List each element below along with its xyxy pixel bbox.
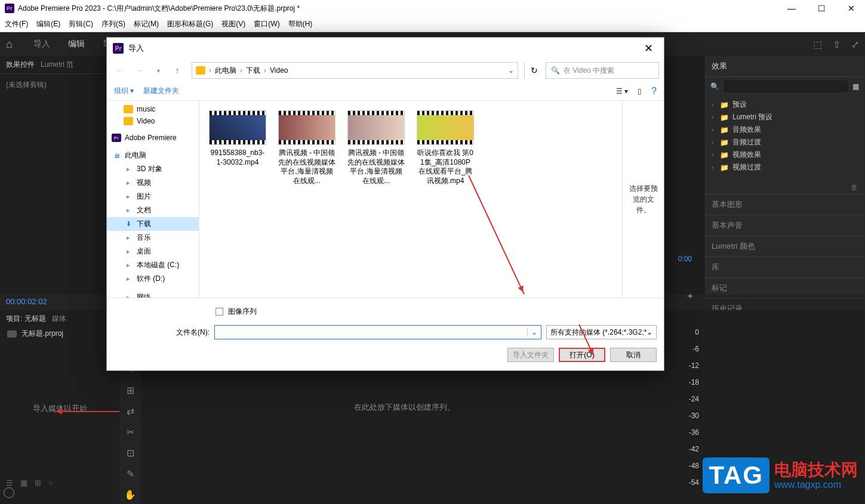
menu-help[interactable]: 帮助(H) bbox=[288, 19, 313, 29]
pc-icon: 🖥 bbox=[112, 151, 121, 160]
tree-item[interactable]: ▸图片 bbox=[107, 190, 199, 203]
section-lumetri-color[interactable]: Lumetri 颜色 bbox=[704, 236, 865, 256]
organize-button[interactable]: 组织 ▾ bbox=[114, 86, 134, 96]
menu-graphics[interactable]: 图形和标题(G) bbox=[167, 19, 213, 29]
tree-item[interactable]: ▸桌面 bbox=[107, 245, 199, 258]
tab-project[interactable]: 项目: 无标题 bbox=[6, 314, 46, 324]
razor-tool-icon[interactable]: ✂ bbox=[127, 426, 134, 438]
section-libraries[interactable]: 库 bbox=[704, 256, 865, 277]
list-view-icon[interactable]: ☰ bbox=[6, 478, 13, 487]
blue-icon: ▸ bbox=[124, 261, 133, 270]
freeform-icon[interactable]: ⊞ bbox=[35, 478, 41, 487]
ripple-edit-icon[interactable]: ⇄ bbox=[127, 406, 134, 417]
timecode-monitor: 0:00 bbox=[678, 255, 692, 263]
section-markers[interactable]: 标记 bbox=[704, 277, 865, 298]
hand-tool-icon[interactable]: ✋ bbox=[124, 489, 136, 500]
tree-item[interactable]: ▸软件 (D:) bbox=[107, 272, 199, 286]
tree-item[interactable]: ▸文档 bbox=[107, 203, 199, 217]
db-tick: 0 bbox=[668, 328, 704, 345]
file-item[interactable]: 腾讯视频 - 中国领先的在线视频媒体平台,海量清视频在线观... bbox=[278, 110, 335, 185]
trash-icon[interactable]: 🗑 bbox=[851, 183, 858, 191]
help-icon[interactable]: ? bbox=[651, 86, 657, 97]
menu-clip[interactable]: 剪辑(C) bbox=[69, 19, 93, 29]
tree-audio-trans[interactable]: ›📁音频过渡 bbox=[704, 136, 865, 149]
refresh-button[interactable]: ↻ bbox=[524, 62, 543, 79]
annotation-arrow bbox=[54, 411, 119, 412]
menu-mark[interactable]: 标记(M) bbox=[134, 19, 159, 29]
tree-item[interactable]: ▸音乐 bbox=[107, 231, 199, 245]
menu-view[interactable]: 视图(V) bbox=[221, 19, 245, 29]
project-file[interactable]: 无标题.prproj bbox=[0, 324, 119, 344]
pen-tool-icon[interactable]: ✎ bbox=[127, 468, 134, 480]
tree-item[interactable]: ▸网络 bbox=[107, 290, 199, 298]
file-item[interactable]: 腾讯视频 - 中国领先的在线视频媒体平台,海量清视频在线观... bbox=[347, 110, 405, 185]
tree-video-trans[interactable]: ›📁视频过渡 bbox=[704, 161, 865, 174]
add-button[interactable]: ＋ bbox=[685, 290, 695, 302]
section-essential-graphics[interactable]: 基本图形 bbox=[704, 194, 865, 215]
blue-icon: ▸ bbox=[124, 275, 133, 283]
fullscreen-icon[interactable]: ⤢ bbox=[851, 39, 859, 50]
menu-window[interactable]: 窗口(W) bbox=[254, 19, 279, 29]
nav-up-button[interactable]: ↑ bbox=[169, 62, 186, 79]
effects-search-input[interactable] bbox=[724, 81, 848, 92]
home-icon[interactable]: ⌂ bbox=[6, 38, 13, 51]
share-icon[interactable]: ⇧ bbox=[833, 39, 841, 50]
blue-icon: ▸ bbox=[124, 179, 133, 187]
tab-media[interactable]: 媒体 bbox=[52, 314, 66, 324]
filename-input[interactable]: ⌄ bbox=[214, 325, 541, 339]
new-folder-button[interactable]: 新建文件夹 bbox=[143, 86, 179, 96]
maximize-button[interactable]: ☐ bbox=[812, 2, 830, 14]
menu-sequence[interactable]: 序列(S) bbox=[101, 19, 125, 29]
db-tick: -6 bbox=[668, 345, 704, 361]
preview-toggle-button[interactable]: ▯ bbox=[638, 87, 642, 95]
tree-item[interactable]: PrAdobe Premiere bbox=[107, 132, 199, 144]
dialog-close-button[interactable]: ✕ bbox=[639, 42, 658, 55]
section-essential-sound[interactable]: 基本声音 bbox=[704, 215, 865, 236]
tree-item[interactable]: 🖥此电脑 bbox=[107, 149, 199, 162]
tab-edit[interactable]: 编辑 bbox=[59, 39, 94, 50]
tree-presets[interactable]: ›📁预设 bbox=[704, 98, 865, 111]
file-item[interactable]: 听说你喜欢我 第01集_高清1080P在线观看平台_腾讯视频.mp4 bbox=[417, 110, 474, 185]
tree-item[interactable]: ⬇下载 bbox=[107, 217, 199, 231]
watermark: TAG 电脑技术网 www.tagxp.com bbox=[703, 457, 858, 493]
nav-forward-button[interactable]: → bbox=[131, 62, 147, 79]
tree-item[interactable]: Video bbox=[107, 115, 199, 127]
import-folder-button[interactable]: 导入文件夹 bbox=[507, 348, 554, 362]
watermark-tag: TAG bbox=[703, 457, 769, 493]
file-list[interactable]: 991558388_nb3-1-30032.mp4腾讯视频 - 中国领先的在线视… bbox=[199, 101, 622, 298]
search-field[interactable]: 🔍 在 Video 中搜索 bbox=[546, 62, 659, 79]
folder-tree[interactable]: musicVideoPrAdobe Premiere🖥此电脑▸3D 对象▸视频▸… bbox=[107, 101, 199, 298]
open-button[interactable]: 打开(O) bbox=[559, 348, 605, 362]
minimize-button[interactable]: ― bbox=[783, 2, 801, 14]
timecode-display[interactable]: 00:00:02:02 bbox=[6, 297, 47, 306]
zoom-icon[interactable]: ○ bbox=[48, 478, 53, 487]
tree-item[interactable]: ▸本地磁盘 (C:) bbox=[107, 258, 199, 272]
nav-recent-button[interactable]: ▾ bbox=[150, 62, 167, 79]
nav-back-button[interactable]: ← bbox=[112, 62, 128, 79]
track-select-icon[interactable]: ⊞ bbox=[127, 385, 134, 396]
tab-import[interactable]: 导入 bbox=[24, 39, 59, 50]
quick-export-icon[interactable]: ⬚ bbox=[813, 39, 822, 50]
tree-item[interactable]: ▸视频 bbox=[107, 176, 199, 190]
address-bar[interactable]: › 此电脑 › 下载 › Video ⌄ bbox=[192, 62, 518, 79]
tab-effect-controls[interactable]: 效果控件 bbox=[6, 60, 35, 70]
cancel-button[interactable]: 取消 bbox=[610, 348, 657, 362]
menu-file[interactable]: 文件(F) bbox=[5, 19, 28, 29]
slip-tool-icon[interactable]: ⊡ bbox=[127, 447, 134, 459]
file-item[interactable]: 991558388_nb3-1-30032.mp4 bbox=[209, 110, 266, 167]
filter-icon[interactable]: ▦ bbox=[852, 82, 859, 91]
image-sequence-label: 图像序列 bbox=[228, 307, 257, 317]
menu-edit[interactable]: 编辑(E) bbox=[36, 19, 60, 29]
view-mode-button[interactable]: ☰ ▾ bbox=[616, 87, 628, 95]
tree-item[interactable]: ▸3D 对象 bbox=[107, 162, 199, 176]
tree-video-fx[interactable]: ›📁视频效果 bbox=[704, 149, 865, 161]
close-button[interactable]: ✕ bbox=[842, 2, 860, 14]
icon-view-icon[interactable]: ▦ bbox=[20, 478, 27, 487]
tab-lumetri[interactable]: Lumetri 范 bbox=[41, 60, 73, 70]
tree-item[interactable]: music bbox=[107, 103, 199, 115]
effects-panel: 效果 🔍 ▦ ›📁预设 ›📁Lumetri 预设 ›📁音频效果 ›📁音频过渡 ›… bbox=[704, 56, 865, 295]
tree-lumetri[interactable]: ›📁Lumetri 预设 bbox=[704, 111, 865, 123]
tree-audio-fx[interactable]: ›📁音频效果 bbox=[704, 123, 865, 136]
image-sequence-checkbox[interactable] bbox=[216, 308, 223, 316]
file-type-filter[interactable]: 所有支持的媒体 (*.264;*.3G2;*⌄ bbox=[546, 325, 657, 339]
